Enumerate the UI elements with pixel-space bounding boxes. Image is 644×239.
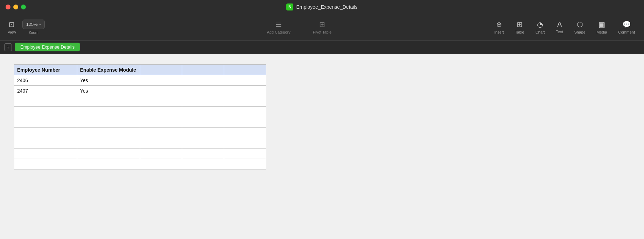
sheet-tab-employee-expense[interactable]: Employee Expense Details (15, 43, 80, 51)
window-title: N Employee_Expense_Details (286, 3, 357, 10)
table-row (14, 107, 266, 117)
cell-yes-2407[interactable]: Yes (77, 86, 140, 96)
cell-r8c4[interactable] (182, 149, 224, 159)
table-row: 2406 Yes (14, 75, 266, 86)
cell-r7c2[interactable] (77, 138, 140, 149)
add-category-icon: ☰ (276, 20, 282, 29)
cell-r7c5[interactable] (224, 138, 266, 149)
pivot-table-icon: ⊞ (319, 20, 325, 29)
cell-r3c5[interactable] (224, 96, 266, 107)
cell-r2c3[interactable] (140, 86, 182, 96)
insert-label: Insert (494, 30, 504, 34)
cell-r4c3[interactable] (140, 107, 182, 117)
cell-r1c3[interactable] (140, 75, 182, 86)
table-row (14, 96, 266, 107)
cell-r8c3[interactable] (140, 149, 182, 159)
view-label: View (8, 30, 16, 34)
cell-emp-2407[interactable]: 2407 (14, 86, 77, 96)
media-icon: ▣ (599, 20, 605, 29)
cell-emp-2406[interactable]: 2406 (14, 75, 77, 86)
cell-r5c5[interactable] (224, 117, 266, 128)
cell-r4c1[interactable] (14, 107, 77, 117)
title-text: Employee_Expense_Details (296, 4, 357, 10)
add-category-button[interactable]: ☰ Add Category (263, 17, 294, 37)
cell-r3c2[interactable] (77, 96, 140, 107)
media-button[interactable]: ▣ Media (592, 17, 612, 37)
cell-r5c2[interactable] (77, 117, 140, 128)
toolbar-left: ⊡ View 125% ▾ Zoom (4, 17, 109, 37)
cell-r9c4[interactable] (182, 159, 224, 169)
cell-r9c5[interactable] (224, 159, 266, 169)
cell-r5c3[interactable] (140, 117, 182, 128)
text-icon: A (557, 20, 562, 28)
cell-r3c4[interactable] (182, 96, 224, 107)
cell-r4c4[interactable] (182, 107, 224, 117)
cell-r6c5[interactable] (224, 128, 266, 138)
cell-r1c5[interactable] (224, 75, 266, 86)
fullscreen-button[interactable] (21, 5, 26, 9)
table-label: Table (515, 30, 524, 34)
cell-r6c2[interactable] (77, 128, 140, 138)
table-header-row: Employee Number Enable Expense Module (14, 65, 266, 75)
spreadsheet-table: Employee Number Enable Expense Module 24… (14, 64, 266, 169)
cell-r8c1[interactable] (14, 149, 77, 159)
pivot-table-button[interactable]: ⊞ Pivot Table (309, 17, 336, 37)
view-button[interactable]: ⊡ View (4, 17, 20, 37)
cell-r1c4[interactable] (182, 75, 224, 86)
text-button[interactable]: A Text (551, 17, 568, 37)
cell-r8c5[interactable] (224, 149, 266, 159)
zoom-control[interactable]: 125% ▾ (22, 20, 45, 29)
media-label: Media (596, 30, 607, 34)
view-icon: ⊡ (9, 20, 15, 29)
cell-yes-2406[interactable]: Yes (77, 75, 140, 86)
header-col4[interactable] (182, 65, 224, 75)
table-row (14, 159, 266, 169)
cell-r4c2[interactable] (77, 107, 140, 117)
comment-icon: 💬 (622, 20, 631, 29)
header-enable-expense[interactable]: Enable Expense Module (77, 65, 140, 75)
zoom-arrow: ▾ (39, 22, 41, 26)
add-sheet-button[interactable]: + (4, 43, 12, 51)
table-row (14, 149, 266, 159)
cell-r7c1[interactable] (14, 138, 77, 149)
chart-icon: ◔ (537, 20, 543, 29)
cell-r3c3[interactable] (140, 96, 182, 107)
header-employee-number[interactable]: Employee Number (14, 65, 77, 75)
comment-label: Comment (618, 30, 635, 34)
cell-r9c1[interactable] (14, 159, 77, 169)
insert-icon: ⊕ (496, 20, 502, 29)
table-icon: ⊞ (517, 20, 523, 29)
cell-r3c1[interactable] (14, 96, 77, 107)
toolbar: ⊡ View 125% ▾ Zoom ☰ Add Category ⊞ Pivo… (0, 14, 644, 41)
header-col3[interactable] (140, 65, 182, 75)
traffic-lights (6, 5, 26, 9)
cell-r8c2[interactable] (77, 149, 140, 159)
cell-r7c3[interactable] (140, 138, 182, 149)
text-label: Text (556, 30, 563, 34)
cell-r9c2[interactable] (77, 159, 140, 169)
cell-r2c5[interactable] (224, 86, 266, 96)
shape-button[interactable]: ⬡ Shape (570, 17, 591, 37)
comment-button[interactable]: 💬 Comment (613, 17, 640, 37)
table-row (14, 128, 266, 138)
cell-r6c4[interactable] (182, 128, 224, 138)
spreadsheet-container: Employee Number Enable Expense Module 24… (14, 64, 266, 169)
cell-r5c4[interactable] (182, 117, 224, 128)
chart-button[interactable]: ◔ Chart (530, 17, 550, 37)
cell-r6c3[interactable] (140, 128, 182, 138)
minimize-button[interactable] (13, 5, 18, 9)
zoom-value: 125% (26, 22, 38, 27)
cell-r9c3[interactable] (140, 159, 182, 169)
cell-r7c4[interactable] (182, 138, 224, 149)
cell-r2c4[interactable] (182, 86, 224, 96)
shape-label: Shape (574, 30, 586, 34)
close-button[interactable] (6, 5, 10, 9)
cell-r5c1[interactable] (14, 117, 77, 128)
table-button[interactable]: ⊞ Table (510, 17, 529, 37)
toolbar-center: ☰ Add Category ⊞ Pivot Table (109, 17, 489, 37)
cell-r4c5[interactable] (224, 107, 266, 117)
insert-button[interactable]: ⊕ Insert (489, 17, 509, 37)
chart-label: Chart (535, 30, 545, 34)
header-col5[interactable] (224, 65, 266, 75)
cell-r6c1[interactable] (14, 128, 77, 138)
